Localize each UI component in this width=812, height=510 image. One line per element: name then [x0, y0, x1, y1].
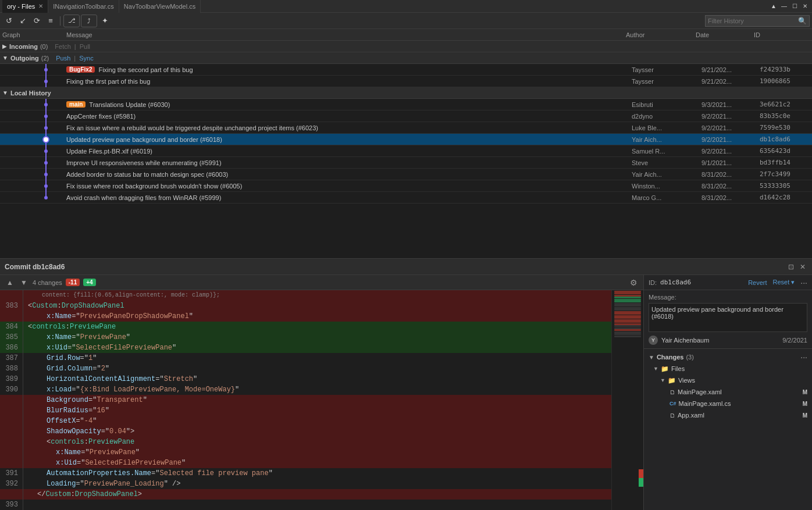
message-col-8: Improve UI responsiveness while enumerat…: [66, 159, 632, 166]
tree-mainpage-xaml-cs[interactable]: C# MainPage.xaml.cs M: [649, 398, 807, 409]
commit-row-3e6621c2[interactable]: main Translations Update (#6030) Esibrut…: [0, 99, 812, 110]
message-col-11: Avoid crash when dragging files from Win…: [66, 194, 632, 201]
graph-col-2: [2, 76, 66, 87]
code-line-trunc: content: {fill:(0.65,align-content:, mod…: [0, 290, 611, 301]
col-message-header: Message: [66, 31, 626, 38]
pull-button[interactable]: Pull: [80, 43, 90, 50]
diff-settings-button[interactable]: ⚙: [628, 277, 639, 288]
push-button[interactable]: Push: [56, 55, 70, 62]
graph-col-4: [2, 110, 66, 122]
message-label: Message:: [649, 294, 807, 301]
commit-row-6356423d[interactable]: Update Files.pt-BR.xlf (#6019) Samuel R.…: [0, 145, 812, 157]
graph-col: [2, 64, 66, 76]
changes-more-button[interactable]: ···: [800, 352, 807, 362]
message-col-3: main Translations Update (#6030): [66, 101, 632, 108]
date-col-10: 8/31/202...: [701, 183, 760, 190]
diff-changes-label: 4 changes: [33, 279, 62, 286]
minimize-button[interactable]: ▲: [769, 2, 778, 11]
commit-row-83b35c0e[interactable]: AppCenter fixes (#5981) d2dyno 9/2/2021.…: [0, 110, 812, 122]
panel-restore-button[interactable]: ⊡: [786, 262, 796, 272]
incoming-section[interactable]: ▶ Incoming (0) Fetch | Pull: [0, 41, 812, 52]
graph-col-6: [2, 134, 66, 145]
commit-message-3: Translations Update (#6030): [89, 101, 170, 108]
tree-views-folder[interactable]: ▼ 📁 Views: [649, 375, 807, 386]
date-col-9: 8/31/202...: [701, 171, 760, 178]
commit-row-19006865[interactable]: Fixing the first part of this bug Taysse…: [0, 76, 812, 87]
id-col: f242933b: [760, 66, 812, 73]
star-button[interactable]: ✦: [98, 15, 111, 27]
tree-app-xaml[interactable]: 🗋 App.xaml M: [649, 409, 807, 421]
branch-button[interactable]: ⎇: [63, 15, 80, 27]
date-col-5: 9/2/2021...: [701, 124, 760, 131]
commit-row-53333305[interactable]: Fix issue where root background brush wo…: [0, 180, 812, 192]
changes-header[interactable]: ▼ Changes (3) ···: [649, 351, 807, 363]
diff-area: ▲ ▼ 4 changes -11 +4 ⚙ content: {fill:(0…: [0, 275, 812, 510]
message-col-6: Updated preview pane background and bord…: [66, 136, 632, 143]
code-line-389: 389 HorizontalContentAlignment="Stretch": [0, 374, 611, 384]
tab-inavigation[interactable]: INavigationToolbar.cs: [48, 0, 119, 13]
svg-point-11: [43, 137, 49, 142]
menu-button[interactable]: ≡: [44, 15, 57, 27]
reset-button[interactable]: Reset ▾: [773, 279, 795, 286]
message-col: BugFix2 Fixing the second part of this b…: [66, 66, 632, 73]
commit-message-11: Avoid crash when dragging files from Win…: [66, 194, 221, 201]
code-line-offset-r: OffsetX="-4": [0, 416, 611, 426]
id-col-11: d1642c28: [760, 194, 812, 201]
sync-button[interactable]: Sync: [79, 55, 93, 62]
outgoing-section[interactable]: ▼ Outgoing (2) Push | Sync: [0, 52, 812, 64]
window-controls: ▲ — ☐ ✕: [769, 2, 810, 11]
commit-panel-controls: ⊡ ✕: [786, 262, 807, 272]
date-col: 9/21/202...: [701, 66, 760, 73]
commit-row-bd3ffb14[interactable]: Improve UI responsiveness while enumerat…: [0, 157, 812, 169]
graph-col-9: [2, 169, 66, 180]
revert-button[interactable]: Revert: [748, 279, 767, 286]
code-line-close-r: </Custom:DropShadowPanel>: [0, 489, 611, 500]
commit-row-f242933b[interactable]: BugFix2 Fixing the second part of this b…: [0, 64, 812, 76]
svg-point-5: [44, 103, 48, 106]
code-line-name2-r: x:Name="PreviewPane": [0, 447, 611, 458]
tree-files-root[interactable]: ▼ 📁 Files: [649, 363, 807, 375]
tab-inavigation-label: INavigationToolbar.cs: [53, 3, 114, 10]
forward-button[interactable]: ⟳: [30, 15, 43, 27]
commit-message-10: Fix issue where root background brush wo…: [66, 183, 242, 190]
fetch-button[interactable]: Fetch: [55, 43, 71, 50]
code-line-391: 391 AutomationProperties.Name="Selected …: [0, 468, 611, 479]
incoming-count: (0): [40, 43, 48, 50]
tree-mainpage-xaml[interactable]: 🗋 MainPage.xaml M: [649, 386, 807, 398]
views-label: Views: [678, 377, 695, 384]
commit-row-2f7c3499[interactable]: Added border to status bar to match desi…: [0, 169, 812, 180]
tab-files-close[interactable]: ✕: [38, 3, 43, 9]
code-line-uid2-r: x:Uid="SelectedFilePreviewPane": [0, 458, 611, 468]
date-col-3: 9/3/2021...: [701, 101, 760, 108]
app-xaml-badge: M: [803, 412, 807, 419]
author-col-4: d2dyno: [632, 113, 701, 120]
svg-point-21: [44, 196, 48, 199]
back-button[interactable]: ↙: [16, 15, 29, 27]
graph-col-11: [2, 192, 66, 204]
commit-row-d1642c28[interactable]: Avoid crash when dragging files from Win…: [0, 192, 812, 204]
code-line-388: 388 Grid.Column="2": [0, 363, 611, 374]
refresh-button[interactable]: ↺: [2, 15, 15, 27]
commit-row-db1c8ad6[interactable]: Updated preview pane background and bord…: [0, 134, 812, 145]
more-options-button[interactable]: ···: [800, 278, 807, 287]
tab-navtoolbar[interactable]: NavToolbarViewModel.cs: [119, 0, 201, 13]
code-diff[interactable]: content: {fill:(0.65,align-content:, mod…: [0, 290, 611, 510]
restore-button[interactable]: ☐: [790, 2, 799, 11]
merge-button[interactable]: ⤴: [81, 15, 97, 27]
diff-up-button[interactable]: ▲: [5, 277, 15, 288]
filter-history-input[interactable]: [708, 17, 796, 24]
graph-col-7: [2, 145, 66, 157]
panel-close-button[interactable]: ✕: [798, 262, 807, 272]
id-col-5: 7599e530: [760, 124, 812, 131]
maximize-button[interactable]: —: [779, 2, 789, 11]
outgoing-arrow: ▼: [2, 55, 8, 61]
outgoing-label: Outgoing: [10, 55, 39, 62]
tab-files[interactable]: ory - Files ✕: [2, 0, 48, 13]
date-col-11: 8/31/202...: [701, 194, 760, 201]
commit-row-7599e530[interactable]: Fix an issue where a rebuild would be tr…: [0, 122, 812, 134]
local-history-section[interactable]: ▼ Local History: [0, 87, 812, 99]
code-line-ctrl-r: <controls:PreviewPane: [0, 437, 611, 447]
diff-down-button[interactable]: ▼: [19, 277, 29, 288]
close-button[interactable]: ✕: [800, 2, 810, 11]
diff-left: ▲ ▼ 4 changes -11 +4 ⚙ content: {fill:(0…: [0, 275, 643, 510]
